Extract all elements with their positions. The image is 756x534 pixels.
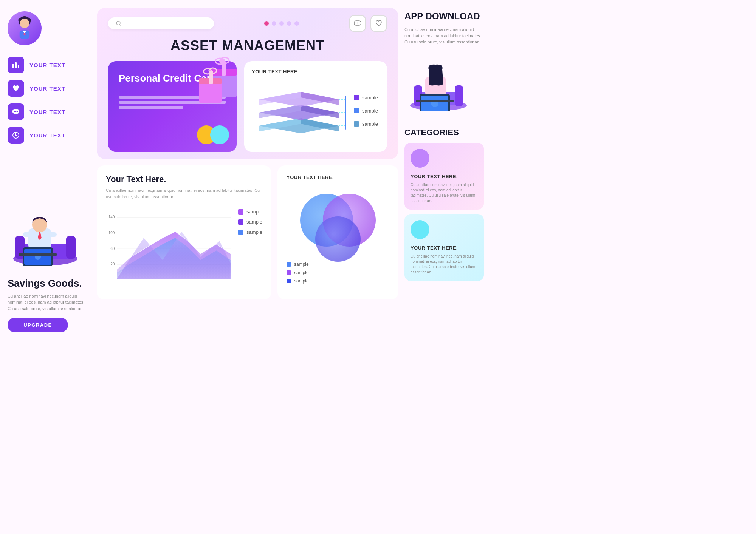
heart-button[interactable] xyxy=(370,15,387,32)
bar-chart-icon xyxy=(8,57,24,73)
svg-point-32 xyxy=(357,23,358,23)
bottom-left-title: Your Text Here. xyxy=(106,174,262,184)
venn-label-1: sample xyxy=(294,262,309,267)
right-panel: APP DOWNLOAD Cu ancillae nominavi nec,in… xyxy=(404,8,484,332)
legend-dot-3 xyxy=(354,121,359,127)
svg-text:20: 20 xyxy=(110,262,115,266)
top-chart-card: YOUR TEXT HERE. xyxy=(244,61,387,152)
dot-5[interactable] xyxy=(294,21,299,26)
asset-management-title: ASSET MANAGEMENT xyxy=(108,38,387,54)
svg-point-31 xyxy=(356,23,356,23)
area-legend-2: sample xyxy=(238,219,262,225)
svg-line-14 xyxy=(16,135,17,136)
category-card-title-1: YOUR TEXT HERE. xyxy=(411,174,478,179)
top-bar xyxy=(108,15,387,32)
savings-title: Savings Goods. xyxy=(8,278,91,289)
area-legend-dot-2 xyxy=(238,219,243,225)
area-legend-label-3: sample xyxy=(246,229,262,235)
nav-item-bar[interactable]: YOUR TEXT xyxy=(8,57,91,73)
left-sidebar: YOUR TEXT YOUR TEXT xyxy=(8,8,91,332)
svg-point-1 xyxy=(20,19,29,28)
svg-rect-63 xyxy=(455,85,463,106)
area-legend-dot-3 xyxy=(238,230,243,235)
circle-cyan xyxy=(210,125,229,144)
svg-rect-5 xyxy=(12,64,14,68)
svg-rect-27 xyxy=(19,253,57,256)
top-main-card: ASSET MANAGEMENT Personal Credit Card xyxy=(97,8,398,159)
heart-icon xyxy=(8,80,24,97)
svg-point-44 xyxy=(219,58,225,64)
area-legend-1: sample xyxy=(238,209,262,215)
card-circles xyxy=(197,125,229,144)
category-card-2: YOUR TEXT HERE. Cu ancillae nominavi nec… xyxy=(404,214,484,281)
category-card-1: YOUR TEXT HERE. Cu ancillae nominavi nec… xyxy=(404,143,484,210)
dot-2[interactable] xyxy=(272,21,276,26)
nav-label-heart: YOUR TEXT xyxy=(29,85,65,92)
nav-dots xyxy=(264,21,299,26)
layers-legend: sample sample sample xyxy=(354,95,378,127)
category-card-title-2: YOUR TEXT HERE. xyxy=(411,245,478,251)
nav-item-heart[interactable]: YOUR TEXT xyxy=(8,80,91,97)
dot-4[interactable] xyxy=(287,21,291,26)
top-chart-label: YOUR TEXT HERE. xyxy=(252,69,380,74)
dot-3[interactable] xyxy=(279,21,284,26)
cards-row: Personal Credit Card xyxy=(108,61,387,152)
legend-dot-2 xyxy=(354,108,359,113)
svg-rect-6 xyxy=(15,62,17,68)
categories-section: CATEGORIES YOUR TEXT HERE. Cu ancillae n… xyxy=(404,128,484,281)
search-icon xyxy=(116,20,122,26)
venn-dot-3 xyxy=(287,279,291,283)
nav-item-clock[interactable]: YOUR TEXT xyxy=(8,127,91,144)
venn-label-3: sample xyxy=(294,278,309,284)
area-legend-dot-1 xyxy=(238,209,243,215)
bottom-row: Your Text Here. Cu ancillae nominavi nec… xyxy=(97,165,398,299)
legend-item-1: sample xyxy=(354,95,378,100)
venn-svg xyxy=(289,186,387,262)
search-bar[interactable] xyxy=(108,17,214,29)
area-legend-label-1: sample xyxy=(246,209,262,215)
category-circle-cyan xyxy=(411,220,429,239)
chat-bubble-button[interactable] xyxy=(349,15,366,32)
svg-rect-69 xyxy=(416,100,454,102)
venn-label-2: sample xyxy=(294,270,309,275)
svg-rect-48 xyxy=(345,96,346,130)
svg-rect-39 xyxy=(199,82,222,103)
legend-label-2: sample xyxy=(362,108,378,114)
nav-label-clock: YOUR TEXT xyxy=(29,132,65,139)
dot-1[interactable] xyxy=(264,21,269,26)
svg-rect-22 xyxy=(23,232,30,237)
legend-label-1: sample xyxy=(362,95,378,100)
nav-items: YOUR TEXT YOUR TEXT xyxy=(8,57,91,144)
center-panel: ASSET MANAGEMENT Personal Credit Card xyxy=(97,8,398,332)
svg-rect-7 xyxy=(18,65,19,68)
woman-illustration xyxy=(404,51,472,111)
venn-card-title: YOUR TEXT HERE. xyxy=(287,174,389,180)
app-download-section: APP DOWNLOAD Cu ancillae nominavi nec,in… xyxy=(404,11,484,120)
layers-chart: sample sample sample xyxy=(252,80,380,141)
category-cards: YOUR TEXT HERE. Cu ancillae nominavi nec… xyxy=(404,143,484,281)
nav-item-chat[interactable]: YOUR TEXT xyxy=(8,103,91,120)
avatar xyxy=(8,11,42,45)
svg-rect-23 xyxy=(49,232,57,237)
svg-rect-18 xyxy=(66,236,76,259)
upgrade-button[interactable]: UPGRADE xyxy=(8,318,68,332)
legend-label-3: sample xyxy=(362,121,378,127)
svg-point-10 xyxy=(15,111,17,112)
chat-icon xyxy=(8,103,24,120)
venn-legend-2: sample xyxy=(287,270,389,275)
card-line-3 xyxy=(119,106,183,109)
bottom-left-desc: Cu ancillae nominavi nec,inam aliquid no… xyxy=(106,187,262,200)
app-download-title: APP DOWNLOAD xyxy=(404,11,484,21)
svg-point-33 xyxy=(359,23,359,23)
svg-point-11 xyxy=(17,111,18,112)
svg-line-29 xyxy=(120,25,121,26)
svg-point-9 xyxy=(14,111,15,112)
category-circle-purple xyxy=(411,149,429,168)
bottom-section: Savings Goods. Cu ancillae nominavi nec,… xyxy=(8,194,91,333)
layers-svg xyxy=(252,80,346,141)
top-icons xyxy=(349,15,387,32)
nav-label-bar: YOUR TEXT xyxy=(29,62,65,68)
area-legend-label-2: sample xyxy=(246,219,262,225)
venn-legend-3: sample xyxy=(287,278,389,284)
main-container: YOUR TEXT YOUR TEXT xyxy=(0,0,491,340)
